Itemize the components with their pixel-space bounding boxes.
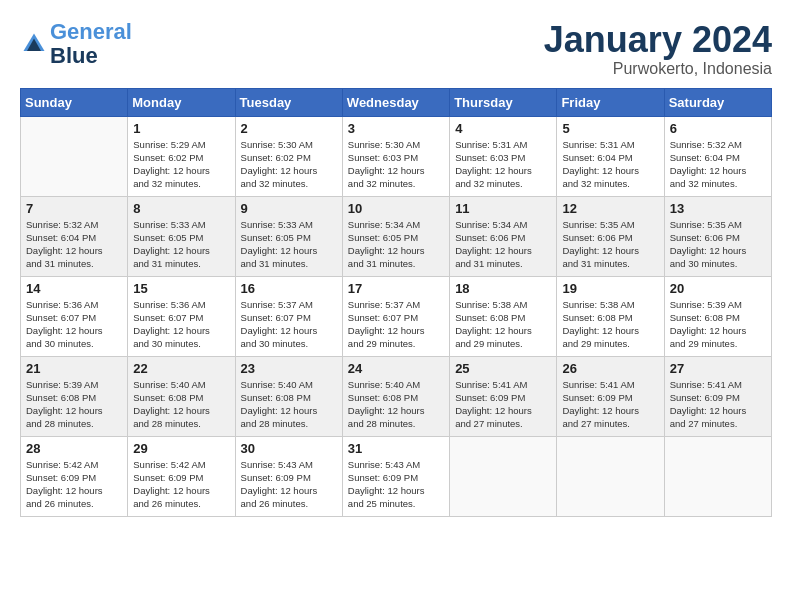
day-info: Sunrise: 5:39 AM Sunset: 6:08 PM Dayligh… [26,378,122,431]
header: General Blue January 2024 Purwokerto, In… [20,20,772,78]
week-row-4: 21Sunrise: 5:39 AM Sunset: 6:08 PM Dayli… [21,356,772,436]
day-cell: 6Sunrise: 5:32 AM Sunset: 6:04 PM Daylig… [664,116,771,196]
day-info: Sunrise: 5:39 AM Sunset: 6:08 PM Dayligh… [670,298,766,351]
day-cell: 8Sunrise: 5:33 AM Sunset: 6:05 PM Daylig… [128,196,235,276]
day-number: 30 [241,441,337,456]
day-number: 6 [670,121,766,136]
title-area: January 2024 Purwokerto, Indonesia [544,20,772,78]
day-info: Sunrise: 5:40 AM Sunset: 6:08 PM Dayligh… [241,378,337,431]
day-info: Sunrise: 5:32 AM Sunset: 6:04 PM Dayligh… [26,218,122,271]
day-info: Sunrise: 5:36 AM Sunset: 6:07 PM Dayligh… [26,298,122,351]
calendar-title: January 2024 [544,20,772,60]
day-cell: 16Sunrise: 5:37 AM Sunset: 6:07 PM Dayli… [235,276,342,356]
day-number: 5 [562,121,658,136]
header-day-friday: Friday [557,88,664,116]
day-number: 19 [562,281,658,296]
week-row-2: 7Sunrise: 5:32 AM Sunset: 6:04 PM Daylig… [21,196,772,276]
day-info: Sunrise: 5:43 AM Sunset: 6:09 PM Dayligh… [348,458,444,511]
day-number: 28 [26,441,122,456]
day-number: 18 [455,281,551,296]
day-cell [557,436,664,516]
day-cell: 7Sunrise: 5:32 AM Sunset: 6:04 PM Daylig… [21,196,128,276]
day-info: Sunrise: 5:38 AM Sunset: 6:08 PM Dayligh… [562,298,658,351]
day-info: Sunrise: 5:33 AM Sunset: 6:05 PM Dayligh… [133,218,229,271]
day-cell: 19Sunrise: 5:38 AM Sunset: 6:08 PM Dayli… [557,276,664,356]
day-info: Sunrise: 5:29 AM Sunset: 6:02 PM Dayligh… [133,138,229,191]
day-info: Sunrise: 5:35 AM Sunset: 6:06 PM Dayligh… [670,218,766,271]
day-info: Sunrise: 5:30 AM Sunset: 6:02 PM Dayligh… [241,138,337,191]
day-info: Sunrise: 5:43 AM Sunset: 6:09 PM Dayligh… [241,458,337,511]
day-info: Sunrise: 5:36 AM Sunset: 6:07 PM Dayligh… [133,298,229,351]
day-cell: 20Sunrise: 5:39 AM Sunset: 6:08 PM Dayli… [664,276,771,356]
day-number: 10 [348,201,444,216]
day-cell: 3Sunrise: 5:30 AM Sunset: 6:03 PM Daylig… [342,116,449,196]
week-row-3: 14Sunrise: 5:36 AM Sunset: 6:07 PM Dayli… [21,276,772,356]
day-cell: 21Sunrise: 5:39 AM Sunset: 6:08 PM Dayli… [21,356,128,436]
header-day-thursday: Thursday [450,88,557,116]
day-info: Sunrise: 5:34 AM Sunset: 6:05 PM Dayligh… [348,218,444,271]
calendar-header: SundayMondayTuesdayWednesdayThursdayFrid… [21,88,772,116]
header-day-wednesday: Wednesday [342,88,449,116]
day-cell: 25Sunrise: 5:41 AM Sunset: 6:09 PM Dayli… [450,356,557,436]
day-cell: 2Sunrise: 5:30 AM Sunset: 6:02 PM Daylig… [235,116,342,196]
day-cell: 17Sunrise: 5:37 AM Sunset: 6:07 PM Dayli… [342,276,449,356]
logo-text: General Blue [50,20,132,68]
header-day-tuesday: Tuesday [235,88,342,116]
day-info: Sunrise: 5:30 AM Sunset: 6:03 PM Dayligh… [348,138,444,191]
day-number: 20 [670,281,766,296]
header-day-saturday: Saturday [664,88,771,116]
day-info: Sunrise: 5:42 AM Sunset: 6:09 PM Dayligh… [133,458,229,511]
day-number: 4 [455,121,551,136]
header-row: SundayMondayTuesdayWednesdayThursdayFrid… [21,88,772,116]
logo: General Blue [20,20,132,68]
day-number: 7 [26,201,122,216]
day-info: Sunrise: 5:37 AM Sunset: 6:07 PM Dayligh… [241,298,337,351]
day-cell: 30Sunrise: 5:43 AM Sunset: 6:09 PM Dayli… [235,436,342,516]
day-number: 11 [455,201,551,216]
day-info: Sunrise: 5:31 AM Sunset: 6:04 PM Dayligh… [562,138,658,191]
day-cell: 1Sunrise: 5:29 AM Sunset: 6:02 PM Daylig… [128,116,235,196]
day-info: Sunrise: 5:42 AM Sunset: 6:09 PM Dayligh… [26,458,122,511]
calendar-subtitle: Purwokerto, Indonesia [544,60,772,78]
day-cell: 11Sunrise: 5:34 AM Sunset: 6:06 PM Dayli… [450,196,557,276]
week-row-1: 1Sunrise: 5:29 AM Sunset: 6:02 PM Daylig… [21,116,772,196]
header-day-sunday: Sunday [21,88,128,116]
day-info: Sunrise: 5:37 AM Sunset: 6:07 PM Dayligh… [348,298,444,351]
day-cell: 5Sunrise: 5:31 AM Sunset: 6:04 PM Daylig… [557,116,664,196]
day-number: 17 [348,281,444,296]
day-number: 25 [455,361,551,376]
day-cell: 22Sunrise: 5:40 AM Sunset: 6:08 PM Dayli… [128,356,235,436]
day-cell: 18Sunrise: 5:38 AM Sunset: 6:08 PM Dayli… [450,276,557,356]
day-number: 27 [670,361,766,376]
day-info: Sunrise: 5:38 AM Sunset: 6:08 PM Dayligh… [455,298,551,351]
day-cell [664,436,771,516]
day-number: 1 [133,121,229,136]
day-info: Sunrise: 5:41 AM Sunset: 6:09 PM Dayligh… [562,378,658,431]
day-cell: 26Sunrise: 5:41 AM Sunset: 6:09 PM Dayli… [557,356,664,436]
day-number: 16 [241,281,337,296]
day-number: 23 [241,361,337,376]
day-number: 26 [562,361,658,376]
day-cell: 29Sunrise: 5:42 AM Sunset: 6:09 PM Dayli… [128,436,235,516]
day-number: 22 [133,361,229,376]
day-info: Sunrise: 5:35 AM Sunset: 6:06 PM Dayligh… [562,218,658,271]
day-number: 9 [241,201,337,216]
day-number: 31 [348,441,444,456]
day-cell [450,436,557,516]
logo-icon [20,30,48,58]
day-number: 13 [670,201,766,216]
week-row-5: 28Sunrise: 5:42 AM Sunset: 6:09 PM Dayli… [21,436,772,516]
day-cell: 14Sunrise: 5:36 AM Sunset: 6:07 PM Dayli… [21,276,128,356]
day-cell: 4Sunrise: 5:31 AM Sunset: 6:03 PM Daylig… [450,116,557,196]
day-cell [21,116,128,196]
day-info: Sunrise: 5:31 AM Sunset: 6:03 PM Dayligh… [455,138,551,191]
day-cell: 13Sunrise: 5:35 AM Sunset: 6:06 PM Dayli… [664,196,771,276]
day-number: 3 [348,121,444,136]
calendar-body: 1Sunrise: 5:29 AM Sunset: 6:02 PM Daylig… [21,116,772,516]
day-number: 29 [133,441,229,456]
day-cell: 24Sunrise: 5:40 AM Sunset: 6:08 PM Dayli… [342,356,449,436]
day-cell: 12Sunrise: 5:35 AM Sunset: 6:06 PM Dayli… [557,196,664,276]
day-info: Sunrise: 5:34 AM Sunset: 6:06 PM Dayligh… [455,218,551,271]
header-day-monday: Monday [128,88,235,116]
day-number: 24 [348,361,444,376]
